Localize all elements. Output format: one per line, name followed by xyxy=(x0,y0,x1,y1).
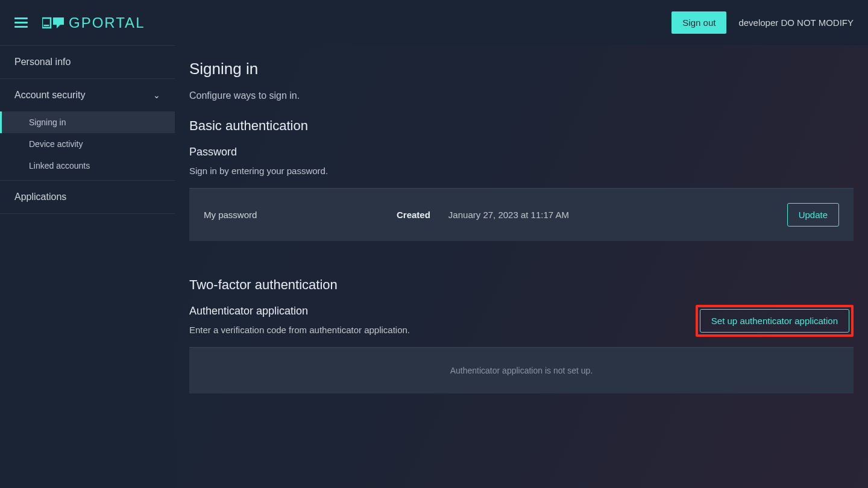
chevron-down-icon: ⌄ xyxy=(153,90,160,100)
sidebar: Personal info Account security ⌄ Signing… xyxy=(0,45,175,488)
svg-rect-1 xyxy=(44,25,49,27)
password-meta: Created January 27, 2023 at 11:17 AM xyxy=(397,210,787,220)
sidebar-item-label: Signing in xyxy=(29,117,66,127)
created-value: January 27, 2023 at 11:17 AM xyxy=(448,210,569,220)
sidebar-item-linked-accounts[interactable]: Linked accounts xyxy=(0,155,175,177)
logo-text: GPORTAL xyxy=(69,14,145,31)
setup-authenticator-button[interactable]: Set up authenticator application xyxy=(700,309,849,333)
authenticator-empty-state: Authenticator application is not set up. xyxy=(189,348,854,393)
sidebar-item-label: Linked accounts xyxy=(29,161,90,170)
logo[interactable]: GPORTAL xyxy=(42,14,145,31)
logo-icon xyxy=(42,16,64,30)
authenticator-description: Enter a verification code from authentic… xyxy=(189,325,410,335)
signout-button[interactable]: Sign out xyxy=(671,11,726,34)
sidebar-item-label: Personal info xyxy=(14,57,71,67)
sidebar-subgroup-security: Signing in Device activity Linked accoun… xyxy=(0,111,175,181)
highlight-annotation: Set up authenticator application xyxy=(696,305,854,337)
sidebar-item-device-activity[interactable]: Device activity xyxy=(0,133,175,155)
svg-rect-0 xyxy=(42,18,51,28)
sidebar-item-label: Device activity xyxy=(29,139,83,149)
password-description: Sign in by entering your password. xyxy=(189,166,854,176)
authenticator-header: Authenticator application Enter a verifi… xyxy=(189,305,854,347)
sidebar-item-label: Applications xyxy=(14,192,66,202)
page-title: Signing in xyxy=(189,60,854,78)
created-label: Created xyxy=(397,210,430,220)
page-description: Configure ways to sign in. xyxy=(189,90,854,101)
password-label: My password xyxy=(204,210,397,220)
app-header: GPORTAL Sign out developer DO NOT MODIFY xyxy=(0,0,868,45)
header-right: Sign out developer DO NOT MODIFY xyxy=(671,11,854,34)
sidebar-item-account-security[interactable]: Account security ⌄ xyxy=(0,79,175,111)
sidebar-item-personal-info[interactable]: Personal info xyxy=(0,45,175,79)
basic-auth-title: Basic authentication xyxy=(189,118,854,134)
sidebar-item-label: Account security xyxy=(14,90,85,101)
sidebar-item-signing-in[interactable]: Signing in xyxy=(0,111,175,133)
password-card: My password Created January 27, 2023 at … xyxy=(189,189,854,241)
header-left: GPORTAL xyxy=(14,14,145,31)
twofa-title: Two-factor authentication xyxy=(189,277,854,293)
user-label: developer DO NOT MODIFY xyxy=(738,17,854,28)
main-content: Signing in Configure ways to sign in. Ba… xyxy=(175,45,868,488)
sidebar-item-applications[interactable]: Applications xyxy=(0,181,175,214)
menu-icon[interactable] xyxy=(14,17,28,28)
password-title: Password xyxy=(189,146,854,158)
update-password-button[interactable]: Update xyxy=(787,203,839,227)
authenticator-title: Authenticator application xyxy=(189,305,410,318)
